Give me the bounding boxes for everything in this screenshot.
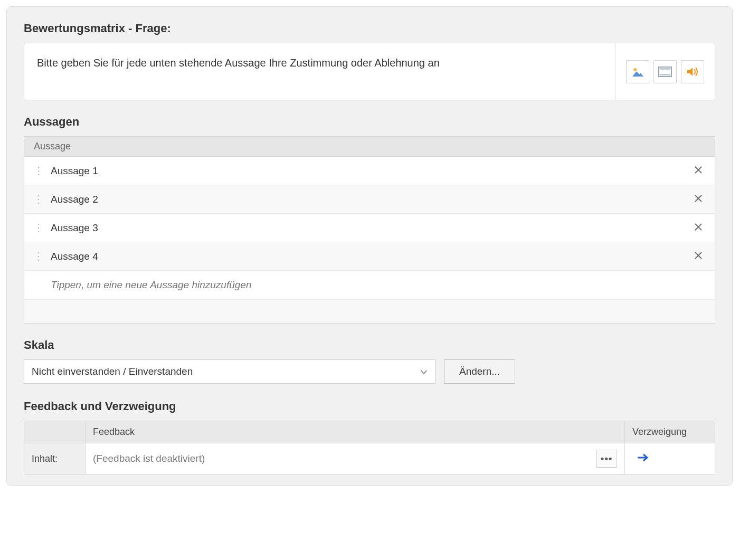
statement-label[interactable]: Aussage 3 [51,222,691,234]
drag-handle-icon[interactable] [34,194,43,205]
svg-rect-4 [660,74,670,75]
feedback-edit-button[interactable]: ••• [596,450,617,468]
scale-section-title: Skala [24,338,715,352]
image-icon [631,66,645,78]
svg-point-16 [38,223,40,225]
delete-statement-button[interactable] [691,193,705,206]
statements-column-header: Aussage [24,137,715,157]
add-image-button[interactable] [626,60,649,83]
add-video-button[interactable] [653,60,677,83]
question-box: Bitte geben Sie für jede unten stehende … [24,43,715,100]
statements-table: Aussage Aussage 1 Aussage 2 Aussage 3 [24,136,715,324]
drag-handle-icon[interactable] [34,251,43,262]
statement-row[interactable]: Aussage 4 [24,242,715,271]
svg-point-7 [38,170,40,172]
feedback-header-branching: Verzweigung [625,421,715,443]
add-audio-button[interactable] [681,60,704,83]
feedback-section-title: Feedback und Verzweigung [24,400,715,413]
ellipsis-icon: ••• [601,453,613,464]
branching-cell [625,443,715,474]
chevron-down-icon [420,366,428,377]
statement-label[interactable]: Aussage 2 [51,194,691,205]
arrow-right-icon [637,453,649,462]
close-icon [695,223,702,231]
feedback-cell: (Feedback ist deaktiviert) ••• [86,443,625,474]
svg-point-13 [38,202,40,204]
statement-label[interactable]: Aussage 1 [51,165,691,177]
svg-point-22 [38,255,40,257]
svg-rect-3 [660,68,670,70]
statement-row[interactable]: Aussage 1 [24,157,715,185]
feedback-header-empty [24,421,86,443]
delete-statement-button[interactable] [691,164,705,177]
statement-row[interactable]: Aussage 3 [24,214,715,242]
new-statement-input[interactable] [51,279,705,291]
statement-row[interactable]: Aussage 2 [24,185,715,214]
branching-button[interactable] [632,450,653,468]
scale-selected-value: Nicht einverstanden / Einverstanden [32,366,193,377]
close-icon [695,195,702,202]
drag-handle-icon[interactable] [34,166,43,176]
feedback-row-label: Inhalt: [24,443,86,474]
feedback-header-feedback: Feedback [86,421,625,443]
feedback-table-header: Feedback Verzweigung [24,421,715,443]
video-icon [658,66,672,78]
scale-row: Nicht einverstanden / Einverstanden Ände… [24,359,715,384]
svg-marker-5 [687,68,693,76]
drag-handle-icon[interactable] [34,223,43,233]
svg-point-21 [38,252,40,253]
statement-label[interactable]: Aussage 4 [51,251,691,262]
close-icon [695,166,702,174]
svg-point-11 [38,195,40,196]
feedback-table: Feedback Verzweigung Inhalt: (Feedback i… [24,421,715,474]
statements-footer-spacer [24,300,715,323]
svg-point-8 [38,174,40,175]
svg-point-17 [38,227,40,229]
svg-point-6 [38,166,40,168]
delete-statement-button[interactable] [691,250,705,263]
change-scale-button[interactable]: Ändern... [444,359,515,384]
question-section-title: Bewertungsmatrix - Frage: [24,22,715,35]
delete-statement-button[interactable] [691,221,705,234]
editor-panel: Bewertungsmatrix - Frage: Bitte geben Si… [6,6,733,486]
scale-select[interactable]: Nicht einverstanden / Einverstanden [24,359,435,384]
svg-point-18 [38,231,40,232]
feedback-table-row: Inhalt: (Feedback ist deaktiviert) ••• [24,443,715,474]
svg-point-12 [38,198,40,200]
svg-marker-1 [632,71,643,77]
audio-icon [686,66,699,78]
feedback-disabled-text: (Feedback ist deaktiviert) [93,453,591,464]
svg-point-0 [633,68,637,71]
statements-section-title: Aussagen [24,115,715,129]
media-buttons [615,43,715,100]
new-statement-row [24,271,715,300]
svg-point-23 [38,259,40,261]
close-icon [695,252,702,259]
question-text-input[interactable]: Bitte geben Sie für jede unten stehende … [24,43,615,100]
